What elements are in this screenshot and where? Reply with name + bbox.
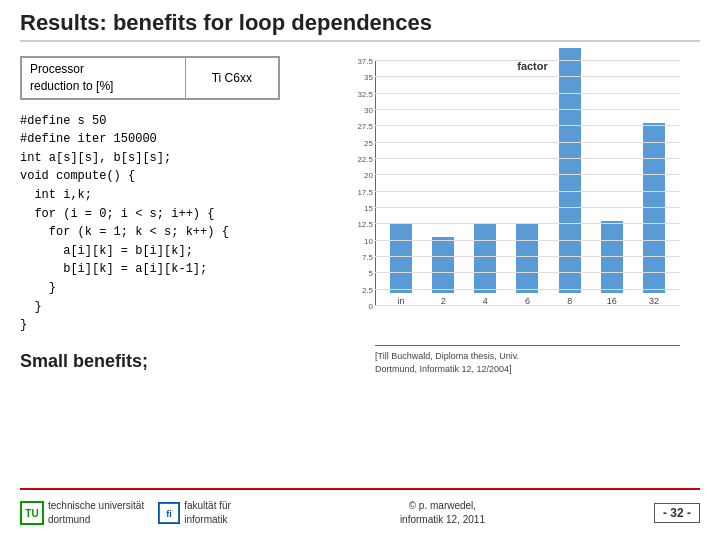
y-axis-label: 20	[364, 171, 373, 180]
page-title: Results: benefits for loop dependences	[20, 10, 700, 42]
x-axis	[375, 345, 680, 346]
content-area: Processorreduction to [%] Ti C6xx #defin…	[20, 56, 700, 488]
y-axis-label: 32.5	[357, 89, 373, 98]
y-grid-line	[375, 289, 680, 290]
y-grid-line	[375, 125, 680, 126]
table-col2: Ti C6xx	[185, 58, 278, 99]
y-grid-line	[375, 256, 680, 257]
code-block: #define s 50 #define iter 150000 int a[s…	[20, 112, 330, 335]
bar	[643, 123, 665, 293]
chart-container: in24681632 37.53532.53027.52522.52017.51…	[340, 56, 690, 346]
y-axis-label: 25	[364, 138, 373, 147]
bars-area: in24681632	[375, 61, 680, 306]
footer-left: TU technische universität dortmund fi fa…	[20, 499, 231, 527]
processor-table: Processorreduction to [%] Ti C6xx	[20, 56, 280, 100]
footer: TU technische universität dortmund fi fa…	[20, 488, 700, 530]
tu-logo-icon: TU	[20, 501, 44, 525]
svg-text:TU: TU	[25, 508, 38, 519]
institution1-text: technische universität dortmund	[48, 499, 144, 527]
svg-text:fi: fi	[166, 508, 172, 518]
y-grid-line	[375, 93, 680, 94]
y-axis-label: 37.5	[357, 57, 373, 66]
y-grid-line	[375, 240, 680, 241]
y-grid-line	[375, 142, 680, 143]
y-axis-label: 30	[364, 106, 373, 115]
bar-group: 8	[549, 61, 591, 306]
y-grid-line	[375, 223, 680, 224]
footer-copyright: © p. marwedel, informatik 12, 2011	[400, 499, 485, 527]
chart-inner: in24681632 37.53532.53027.52522.52017.51…	[375, 61, 680, 306]
left-panel: Processorreduction to [%] Ti C6xx #defin…	[20, 56, 330, 488]
y-grid-line	[375, 272, 680, 273]
y-grid-line	[375, 109, 680, 110]
y-grid-line	[375, 305, 680, 306]
bar-group: in	[380, 61, 422, 306]
bar	[601, 221, 623, 293]
fi-logo: fi fakultät für informatik	[158, 499, 231, 527]
y-axis-label: 2.5	[362, 285, 373, 294]
right-panel: in24681632 37.53532.53027.52522.52017.51…	[340, 56, 700, 488]
y-axis-label: 17.5	[357, 187, 373, 196]
y-grid-line	[375, 191, 680, 192]
bar-group: 6	[506, 61, 548, 306]
y-grid-line	[375, 158, 680, 159]
y-axis-label: 5	[369, 269, 373, 278]
y-axis-label: 27.5	[357, 122, 373, 131]
institution2-text: fakultät für informatik	[184, 499, 231, 527]
bar-group: 4	[464, 61, 506, 306]
bar	[516, 224, 538, 293]
y-axis-label: 0	[369, 302, 373, 311]
table-col1: Processorreduction to [%]	[22, 58, 186, 99]
citation-box: [Till Buchwald, Diploma thesis, Univ. Do…	[375, 350, 519, 375]
small-benefits-label: Small benefits;	[20, 351, 330, 372]
y-axis-label: 15	[364, 204, 373, 213]
page-number: - 32 -	[654, 503, 700, 523]
y-axis-label: 35	[364, 73, 373, 82]
y-grid-line	[375, 60, 680, 61]
bar	[474, 224, 496, 293]
y-axis-label: 7.5	[362, 253, 373, 262]
bar-group: 32	[633, 61, 675, 306]
bar-group: 2	[422, 61, 464, 306]
bar	[432, 237, 454, 293]
y-axis-label: 10	[364, 236, 373, 245]
y-grid-line	[375, 76, 680, 77]
y-axis-label: 22.5	[357, 155, 373, 164]
bar-group: 16	[591, 61, 633, 306]
y-grid-line	[375, 174, 680, 175]
tu-logo: TU technische universität dortmund	[20, 499, 144, 527]
y-grid-line	[375, 207, 680, 208]
page: Results: benefits for loop dependences P…	[0, 0, 720, 540]
fi-logo-icon: fi	[158, 502, 180, 524]
y-axis-label: 12.5	[357, 220, 373, 229]
bar	[390, 224, 412, 293]
